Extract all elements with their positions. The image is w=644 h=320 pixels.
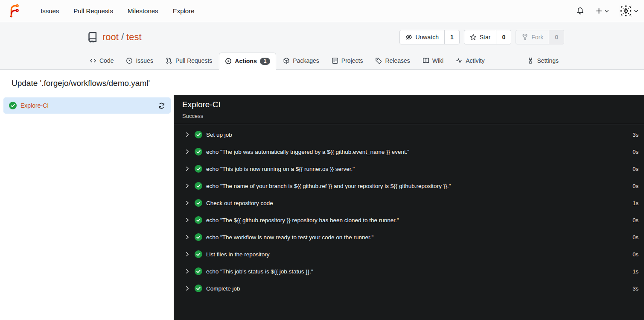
user-menu[interactable] [620, 5, 638, 17]
unwatch-button[interactable]: Unwatch 1 [399, 30, 459, 44]
repo-name-link[interactable]: test [126, 32, 141, 43]
tab-packages[interactable]: Packages [277, 52, 324, 69]
git-fork-icon [522, 34, 528, 41]
star-button[interactable]: Star 0 [464, 30, 511, 44]
code-icon [90, 57, 96, 64]
book-open-icon [423, 57, 429, 64]
step-success-icon [195, 165, 202, 173]
tab-wiki[interactable]: Wiki [417, 52, 449, 69]
workflow-step-row[interactable]: echo "The ${{ github.repository }} repos… [174, 211, 644, 229]
workflow-step-row[interactable]: Set up job 3s [174, 126, 644, 143]
package-icon [283, 57, 290, 64]
step-success-icon [195, 285, 202, 292]
tab-settings[interactable]: Settings [522, 52, 564, 69]
eye-slash-icon [405, 34, 412, 41]
nav-link-pull-requests[interactable]: Pull Requests [66, 4, 120, 18]
step-success-icon [195, 216, 202, 224]
tab-releases[interactable]: Releases [370, 52, 415, 69]
tab-pull-requests[interactable]: Pull Requests [160, 52, 218, 69]
chevron-right-icon [184, 234, 190, 240]
step-success-icon [195, 250, 202, 258]
workflow-step-row[interactable]: echo "The job was automatically triggere… [174, 143, 644, 160]
tab-projects[interactable]: Projects [326, 52, 369, 69]
tab-activity[interactable]: Activity [450, 52, 490, 69]
repo-book-icon [87, 32, 98, 43]
star-count[interactable]: 0 [496, 30, 511, 44]
step-duration: 0s [627, 234, 638, 241]
repo-breadcrumb: root / test [102, 32, 142, 43]
job-success-icon [9, 102, 17, 109]
step-duration: 1s [627, 268, 638, 275]
step-success-icon [195, 199, 202, 207]
project-board-icon [332, 57, 338, 64]
run-panel: Explore-CI Success Set up job 3s echo "T… [174, 95, 644, 320]
nav-link-milestones[interactable]: Milestones [120, 4, 166, 18]
notifications-bell-icon[interactable] [576, 7, 584, 15]
tab-code[interactable]: Code [84, 52, 119, 69]
workflow-step-row[interactable]: Check out repository code 1s [174, 194, 644, 211]
step-duration: 0s [627, 166, 638, 172]
nav-link-issues[interactable]: Issues [33, 4, 66, 18]
main-content: Explore-CI Explore-CI Success Set up job… [0, 95, 644, 320]
step-duration: 0s [627, 183, 638, 189]
chevron-right-icon [184, 285, 190, 291]
pull-request-icon [166, 57, 172, 64]
chevron-down-icon [605, 10, 609, 12]
step-name: Check out repository code [206, 200, 273, 206]
step-success-icon [195, 267, 202, 275]
repo-tabs: Code Issues Pull Requests Actions 1 [0, 52, 644, 70]
workflow-step-row[interactable]: echo "This job is now running on a ${{ r… [174, 160, 644, 177]
workflow-step-row[interactable]: List files in the repository 0s [174, 246, 644, 263]
play-circle-icon [225, 58, 232, 65]
step-name: echo "The workflow is now ready to test … [206, 234, 373, 241]
chevron-right-icon [184, 183, 190, 189]
chevron-right-icon [184, 149, 190, 155]
page-title-bar: Update '.forgejo/workflows/demo.yaml' [0, 70, 644, 95]
forgejo-logo-icon[interactable] [8, 4, 21, 18]
avatar-identicon [620, 5, 632, 17]
step-success-icon [195, 148, 202, 156]
repo-owner-link[interactable]: root [102, 32, 119, 43]
tab-actions[interactable]: Actions 1 [219, 53, 276, 70]
step-name: echo "This job's status is ${{ job.statu… [206, 268, 313, 275]
create-new-menu[interactable] [595, 7, 609, 15]
chevron-down-icon [634, 10, 638, 12]
workflow-step-row[interactable]: echo "The workflow is now ready to test … [174, 229, 644, 246]
tag-icon [375, 57, 382, 64]
star-icon [470, 34, 477, 41]
job-item-explore-ci[interactable]: Explore-CI [3, 97, 171, 114]
step-name: Set up job [206, 132, 232, 138]
run-title: Explore-CI [182, 100, 635, 109]
workflow-step-row[interactable]: echo "This job's status is ${{ job.statu… [174, 263, 644, 280]
workflow-step-row[interactable]: echo "The name of your branch is ${{ git… [174, 177, 644, 194]
pulse-icon [456, 57, 463, 64]
workflow-step-row[interactable]: Complete job 3s [174, 280, 644, 297]
workflow-run-title: Update '.forgejo/workflows/demo.yaml' [12, 79, 150, 88]
actions-count-badge: 1 [260, 58, 271, 65]
fork-count[interactable]: 0 [549, 30, 564, 44]
chevron-right-icon [184, 166, 190, 172]
step-success-icon [195, 233, 202, 241]
plus-icon [595, 7, 603, 15]
step-name: List files in the repository [206, 251, 270, 258]
step-name: echo "The name of your branch is ${{ git… [206, 183, 451, 189]
step-success-icon [195, 182, 202, 190]
repo-actions: Unwatch 1 Star 0 [399, 30, 564, 44]
chevron-right-icon [184, 251, 190, 257]
step-name: echo "This job is now running on a ${{ r… [206, 166, 355, 172]
run-header: Explore-CI Success [174, 95, 644, 124]
watch-count[interactable]: 1 [444, 30, 459, 44]
refresh-icon[interactable] [158, 102, 165, 109]
fork-button[interactable]: Fork 0 [516, 30, 564, 44]
steps-list: Set up job 3s echo "The job was automati… [174, 124, 644, 297]
chevron-right-icon [184, 268, 190, 274]
chevron-right-icon [184, 132, 190, 138]
step-duration: 3s [627, 132, 638, 138]
tools-icon [527, 57, 534, 64]
chevron-right-icon [184, 217, 190, 223]
navbar-right [576, 5, 638, 17]
jobs-sidebar: Explore-CI [0, 95, 174, 320]
tab-issues[interactable]: Issues [120, 52, 158, 69]
step-name: echo "The ${{ github.repository }} repos… [206, 217, 399, 223]
nav-link-explore[interactable]: Explore [166, 4, 202, 18]
